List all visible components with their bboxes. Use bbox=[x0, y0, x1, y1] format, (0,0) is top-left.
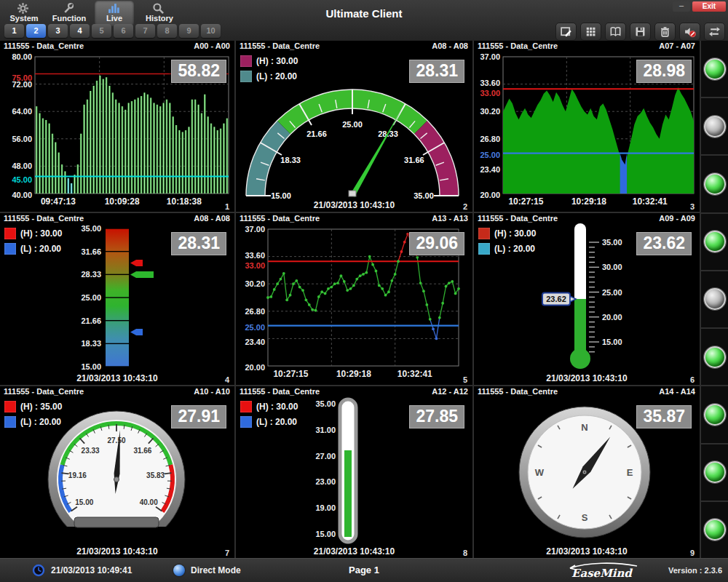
panel-semi-gauge-a08: 111555 - Data_CentreA08 - A08 (H) : 30.0… bbox=[236, 41, 472, 212]
panel-number: 9 bbox=[690, 549, 695, 557]
svg-text:23.33: 23.33 bbox=[82, 447, 100, 455]
panel-colorbar-a08: 111555 - Data_CentreA08 - A08 (H) : 30.0… bbox=[0, 213, 234, 385]
svg-text:20.00: 20.00 bbox=[480, 191, 500, 199]
low-limit-label: (L) : 20.00 bbox=[20, 244, 61, 254]
svg-text:15.00: 15.00 bbox=[75, 498, 93, 506]
svg-text:23.40: 23.40 bbox=[245, 338, 265, 346]
led-cell-4 bbox=[701, 214, 728, 271]
low-limit-label: (L) : 20.00 bbox=[494, 244, 535, 254]
sample-timestamp: 21/03/2013 10:43:10 bbox=[0, 373, 234, 383]
minimize-button[interactable]: – bbox=[673, 1, 690, 12]
top-bar: SystemFunctionLiveHistory Ultimate Clien… bbox=[0, 0, 728, 41]
panel-line-trend-a13: 111555 - Data_CentreA13 - A13 37.0033.60… bbox=[236, 213, 472, 385]
led-indicator-8-green bbox=[704, 461, 726, 483]
svg-text:48.00: 48.00 bbox=[12, 162, 32, 170]
svg-text:27.00: 27.00 bbox=[315, 452, 336, 461]
tab-1[interactable]: 1 bbox=[4, 24, 24, 38]
panel-tag: A10 - A10 bbox=[194, 387, 230, 398]
toolbar bbox=[555, 23, 725, 41]
delete-button[interactable] bbox=[654, 23, 676, 41]
svg-text:23.62: 23.62 bbox=[546, 295, 566, 303]
svg-text:10:27:15: 10:27:15 bbox=[508, 196, 543, 207]
svg-text:25.00: 25.00 bbox=[480, 151, 500, 159]
svg-text:21.66: 21.66 bbox=[81, 316, 101, 325]
panel-title: 111555 - Data_Centre bbox=[478, 214, 558, 225]
high-limit-label: (H) : 30.00 bbox=[256, 56, 298, 66]
svg-text:30.20: 30.20 bbox=[480, 107, 500, 116]
panel-title: 111555 - Data_Centre bbox=[240, 41, 320, 52]
low-limit-swatch bbox=[240, 416, 252, 428]
high-limit-swatch bbox=[240, 55, 252, 67]
led-cell-8 bbox=[701, 445, 728, 502]
led-indicator-9-green bbox=[704, 519, 726, 541]
high-limit-swatch bbox=[4, 228, 16, 239]
high-limit-label: (H) : 30.00 bbox=[494, 228, 536, 239]
svg-text:19.00: 19.00 bbox=[315, 503, 336, 512]
led-cell-7 bbox=[701, 386, 728, 444]
panel-number: 8 bbox=[463, 549, 467, 557]
svg-text:19.16: 19.16 bbox=[68, 471, 87, 479]
svg-text:20.00: 20.00 bbox=[245, 363, 265, 372]
log-book-icon bbox=[609, 25, 622, 38]
svg-text:18.33: 18.33 bbox=[81, 339, 101, 348]
svg-text:35.83: 35.83 bbox=[146, 471, 165, 479]
log-book-button[interactable] bbox=[605, 23, 626, 41]
low-limit-swatch bbox=[4, 243, 16, 255]
svg-text:10:32:41: 10:32:41 bbox=[633, 196, 668, 207]
panel-number: 3 bbox=[690, 202, 695, 211]
led-indicator-5-gray bbox=[704, 288, 726, 310]
value-badge: 29.06 bbox=[409, 232, 464, 255]
svg-text:10:29:18: 10:29:18 bbox=[571, 196, 606, 207]
panel-tag: A14 - A14 bbox=[659, 387, 695, 398]
status-bar: 21/03/2013 10:49:41 Direct Mode Page 1 E… bbox=[0, 558, 728, 582]
panel-title: 111555 - Data_Centre bbox=[240, 387, 320, 398]
screen-edit-button[interactable] bbox=[555, 23, 577, 41]
tab-2[interactable]: 2 bbox=[26, 24, 46, 38]
tab-5[interactable]: 5 bbox=[92, 24, 111, 38]
high-limit-swatch bbox=[478, 228, 490, 239]
svg-text:25.00: 25.00 bbox=[245, 323, 265, 332]
tab-8[interactable]: 8 bbox=[157, 24, 177, 38]
tab-4[interactable]: 4 bbox=[70, 24, 90, 38]
high-limit-swatch bbox=[240, 401, 252, 412]
svg-text:15.00: 15.00 bbox=[271, 191, 291, 200]
panel-tag: A13 - A13 bbox=[432, 214, 468, 225]
brand-text: EaseMind bbox=[571, 567, 633, 580]
save-button[interactable] bbox=[630, 23, 651, 41]
svg-text:09:47:13: 09:47:13 bbox=[41, 196, 76, 207]
page-tabs: 12345678910 bbox=[4, 24, 221, 38]
svg-text:E: E bbox=[627, 467, 633, 478]
svg-text:27.50: 27.50 bbox=[107, 436, 125, 445]
screen-edit-icon bbox=[560, 25, 572, 38]
panel-title: 111555 - Data_Centre bbox=[478, 41, 558, 52]
low-limit-label: (L) : 20.00 bbox=[256, 71, 297, 81]
panel-title: 111555 - Data_Centre bbox=[4, 387, 84, 398]
tab-9[interactable]: 9 bbox=[179, 24, 199, 38]
svg-text:80.00: 80.00 bbox=[12, 52, 32, 61]
data-table-button[interactable] bbox=[580, 23, 601, 41]
value-badge: 27.85 bbox=[409, 405, 464, 428]
svg-text:40.00: 40.00 bbox=[12, 191, 32, 199]
tab-3[interactable]: 3 bbox=[48, 24, 68, 38]
limit-legend: (H) : 30.00 (L) : 20.00 bbox=[240, 55, 298, 86]
svg-text:15.00: 15.00 bbox=[315, 530, 336, 538]
value-badge: 28.31 bbox=[409, 60, 464, 83]
svg-text:33.60: 33.60 bbox=[480, 79, 500, 87]
exit-button[interactable]: Exit bbox=[692, 1, 726, 12]
mute-button[interactable] bbox=[679, 23, 700, 41]
easemind-logo: EaseMind bbox=[564, 562, 641, 581]
svg-text:35.00: 35.00 bbox=[315, 399, 336, 408]
high-limit-label: (H) : 30.00 bbox=[256, 402, 298, 412]
value-badge: 23.62 bbox=[636, 232, 692, 255]
svg-text:S: S bbox=[582, 512, 588, 523]
tab-10[interactable]: 10 bbox=[201, 24, 221, 38]
led-indicator-2-gray bbox=[704, 116, 726, 137]
tab-6[interactable]: 6 bbox=[114, 24, 133, 38]
panel-tag: A12 - A12 bbox=[432, 387, 468, 398]
led-cell-2 bbox=[701, 98, 728, 156]
tab-7[interactable]: 7 bbox=[135, 24, 155, 38]
limit-legend: (H) : 30.00 (L) : 20.00 bbox=[4, 228, 62, 258]
panel-number: 5 bbox=[463, 375, 467, 384]
refresh-button[interactable] bbox=[704, 23, 725, 41]
svg-text:28.33: 28.33 bbox=[81, 270, 101, 279]
